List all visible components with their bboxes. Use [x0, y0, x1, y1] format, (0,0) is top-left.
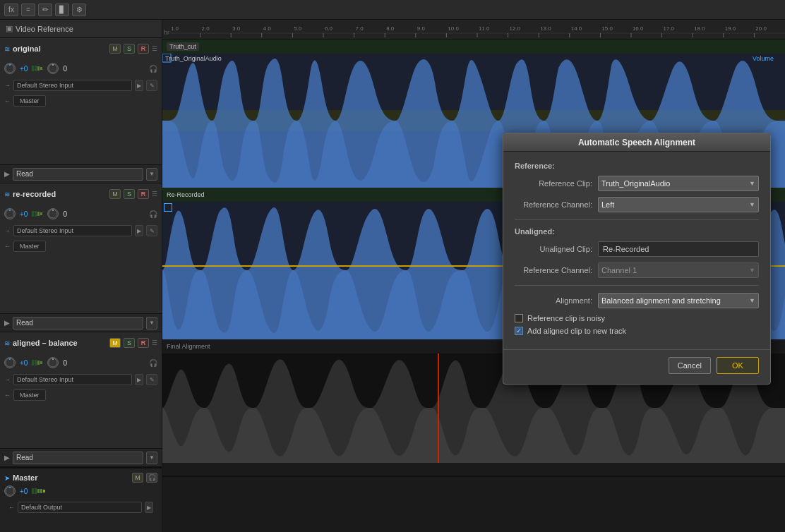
ok-button[interactable]: OK — [717, 357, 759, 374]
input-arrow-original[interactable]: ▶ — [135, 80, 143, 91]
track-name-aligned: aligned – balance — [13, 339, 107, 347]
read-dropdown-rerecorded[interactable]: ▼ — [146, 317, 157, 330]
track-menu-rerecorded[interactable]: ☰ — [152, 191, 157, 198]
svg-rect-27 — [35, 488, 37, 494]
master-output-arrow[interactable]: ▶ — [145, 502, 153, 513]
reference-channel-select[interactable]: Left ▼ — [598, 197, 759, 212]
expand-aligned[interactable]: ▶ — [4, 454, 10, 461]
volume-knob-aligned[interactable] — [4, 357, 16, 368]
track-menu-aligned[interactable]: ☰ — [152, 339, 157, 346]
dialog-overlay: Automatic Speech Alignment Reference: Re… — [162, 20, 785, 532]
svg-rect-29 — [40, 489, 42, 493]
solo-btn-original[interactable]: S — [124, 44, 135, 54]
checkbox-add-row: ✓ Add aligned clip to new track — [515, 327, 759, 335]
track-menu-original[interactable]: ☰ — [152, 45, 157, 52]
read-label-rerecorded: Read — [13, 317, 143, 330]
automatic-speech-alignment-dialog: Automatic Speech Alignment Reference: Re… — [503, 133, 771, 385]
headphone-btn-rerecorded[interactable]: 🎧 — [149, 210, 157, 218]
checkbox-add[interactable]: ✓ — [515, 327, 523, 335]
headphone-btn-original[interactable]: 🎧 — [149, 65, 157, 73]
svg-rect-2 — [32, 66, 34, 71]
track-aligned: ≋ aligned – balance M S R ☰ +0 0 🎧 — [0, 332, 162, 449]
svg-rect-20 — [37, 361, 40, 365]
reference-clip-row: Reference Clip: Truth_OriginalAudio ▼ — [515, 176, 759, 191]
reference-clip-select[interactable]: Truth_OriginalAudio ▼ — [598, 176, 759, 191]
volume-knob-original[interactable] — [4, 63, 16, 74]
pencil-button[interactable]: ✏ — [38, 4, 52, 16]
reference-channel-value: Left — [601, 200, 614, 209]
svg-rect-30 — [43, 490, 45, 492]
unaligned-channel-row: Reference Channel: Channel 1 ▼ — [515, 262, 759, 278]
mute-btn-aligned[interactable]: M — [109, 338, 121, 348]
unaligned-clip-value: Re-Recorded — [598, 241, 759, 257]
master-vol-knob[interactable] — [4, 485, 16, 497]
read-dropdown-aligned[interactable]: ▼ — [146, 452, 157, 464]
input-arrow-aligned[interactable]: ▶ — [135, 374, 143, 385]
master-label-original: Master — [13, 95, 46, 107]
input-label-rerecorded: Default Stereo Input — [13, 225, 132, 236]
svg-rect-4 — [37, 66, 40, 71]
headphone-btn-aligned[interactable]: 🎧 — [149, 359, 157, 367]
reference-section-label: Reference: — [515, 162, 759, 170]
eq-button[interactable]: = — [21, 4, 35, 16]
pan-knob-original[interactable] — [47, 63, 59, 74]
alignment-select[interactable]: Balanced alignment and stretching ▼ — [598, 293, 759, 308]
input-settings-rerecorded[interactable]: ✎ — [146, 225, 157, 236]
read-dropdown-original[interactable]: ▼ — [146, 168, 157, 181]
right-panel: hms 1.0 2.0 3.0 4.0 5.0 6.0 — [162, 20, 785, 532]
mute-btn-original[interactable]: M — [109, 44, 121, 54]
record-btn-rerecorded[interactable]: R — [138, 189, 149, 199]
divider-2 — [515, 285, 759, 286]
unaligned-channel-select[interactable]: Channel 1 ▼ — [598, 262, 759, 278]
track-original: ≋ original M S R ☰ +0 0 🎧 — [0, 38, 162, 165]
pan-knob-aligned[interactable] — [47, 357, 59, 368]
svg-rect-3 — [35, 66, 37, 71]
video-reference-label: Video Reference — [16, 25, 73, 33]
dialog-body: Reference: Reference Clip: Truth_Origina… — [503, 152, 770, 349]
expand-original[interactable]: ▶ — [4, 170, 10, 178]
svg-rect-10 — [32, 211, 34, 217]
vol-value-aligned: +0 — [20, 359, 28, 367]
record-btn-aligned[interactable]: R — [138, 338, 149, 348]
checkbox-noisy[interactable] — [515, 314, 523, 322]
svg-rect-19 — [35, 360, 37, 365]
unaligned-channel-arrow: ▼ — [749, 267, 755, 274]
alignment-row: Alignment: Balanced alignment and stretc… — [515, 293, 759, 308]
volume-button[interactable]: ▊ — [55, 4, 69, 16]
checkbox-noisy-label: Reference clip is noisy — [527, 314, 605, 322]
expand-rerecorded[interactable]: ▶ — [4, 319, 10, 327]
master-headphone-btn[interactable]: 🎧 — [146, 473, 157, 483]
gear-button[interactable]: ⚙ — [72, 4, 86, 16]
read-row-aligned: ▶ Read ▼ — [0, 449, 162, 467]
unaligned-clip-label: Unaligned Clip: — [515, 245, 592, 253]
input-settings-original[interactable]: ✎ — [146, 80, 157, 91]
fx-button[interactable]: fx — [4, 4, 18, 16]
input-icon-rerecorded: → — [4, 227, 11, 234]
toolbar: fx = ✏ ▊ ⚙ — [0, 0, 785, 20]
read-label-original: Read — [13, 168, 143, 181]
dialog-footer: Cancel OK — [503, 349, 770, 384]
unaligned-channel-label: Reference Channel: — [515, 266, 592, 274]
input-icon-original: → — [4, 82, 11, 89]
solo-btn-rerecorded[interactable]: S — [124, 189, 135, 199]
svg-rect-28 — [37, 489, 40, 493]
pan-knob-rerecorded[interactable] — [47, 208, 59, 219]
read-row-original: ▶ Read ▼ — [0, 165, 162, 183]
output-icon: ← — [8, 504, 15, 511]
reference-clip-label: Reference Clip: — [515, 179, 592, 188]
mute-btn-rerecorded[interactable]: M — [109, 189, 121, 199]
unaligned-section-label: Unaligned: — [515, 227, 759, 236]
input-settings-aligned[interactable]: ✎ — [146, 374, 157, 385]
input-arrow-rerecorded[interactable]: ▶ — [135, 225, 143, 236]
vol-value-rerecorded: +0 — [20, 210, 28, 218]
record-btn-original[interactable]: R — [138, 44, 149, 54]
master-m-btn[interactable]: M — [132, 473, 143, 483]
cancel-button[interactable]: Cancel — [669, 357, 711, 374]
reference-clip-value: Truth_OriginalAudio — [601, 179, 670, 188]
master-label-rerecorded: Master — [13, 241, 46, 252]
svg-rect-5 — [40, 67, 42, 70]
volume-knob-rerecorded[interactable] — [4, 208, 16, 219]
track-rerecorded: ≋ re-recorded M S R ☰ +0 0 🎧 — [0, 183, 162, 314]
solo-btn-aligned[interactable]: S — [124, 338, 135, 348]
svg-rect-21 — [40, 361, 42, 364]
